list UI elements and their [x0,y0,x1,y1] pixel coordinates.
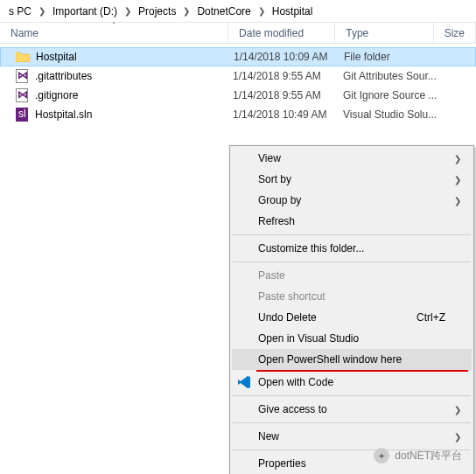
column-name[interactable]: Name ˄ [0,23,228,43]
file-row[interactable]: Hostpital 1/14/2018 10:09 AM File folder [0,47,476,66]
watermark-text: dotNET跨平台 [395,449,462,464]
file-type: File folder [344,51,447,63]
breadcrumb-item[interactable]: s PC [7,5,33,17]
svg-text:⋈: ⋈ [18,69,28,81]
column-date[interactable]: Date modified [228,23,335,43]
breadcrumb-item[interactable]: Projects [136,5,178,17]
menu-separator [233,395,471,396]
menu-label: Paste shortcut [258,290,326,303]
menu-label: Customize this folder... [258,242,364,254]
sln-file-icon: sl [14,108,30,122]
menu-customize-folder[interactable]: Customize this folder... [232,238,472,259]
column-headers: Name ˄ Date modified Type Size [0,23,476,44]
file-name: Hostpital.sln [35,108,233,121]
file-row[interactable]: ⋈ .gitattributes 1/14/2018 9:55 AM Git A… [0,66,476,86]
menu-label: Sort by [258,173,291,185]
chevron-right-icon: ❯ [178,6,195,16]
menu-label: Group by [258,194,301,206]
column-label: Type [346,27,368,39]
column-label: Date modified [239,27,304,39]
vs-file-icon: ⋈ [14,69,30,83]
chevron-right-icon: ❯ [454,196,461,206]
menu-label: View [258,152,281,164]
file-row[interactable]: ⋈ .gitignore 1/14/2018 9:55 AM Git Ignor… [0,86,476,105]
menu-separator [233,261,471,262]
vscode-icon [237,375,251,389]
svg-text:sl: sl [18,108,26,120]
menu-separator [233,422,471,423]
file-list: Hostpital 1/14/2018 10:09 AM File folder… [0,44,476,128]
vs-file-icon: ⋈ [14,88,30,102]
menu-shortcut: Ctrl+Z [416,311,445,324]
menu-label: New [258,430,279,443]
menu-separator [233,234,471,235]
menu-give-access-to[interactable]: Give access to❯ [232,399,472,420]
breadcrumb-item[interactable]: DotnetCore [195,5,252,17]
file-name: Hostpital [36,51,234,63]
file-name: .gitattributes [35,70,233,82]
menu-label: Paste [258,269,285,282]
menu-group-by[interactable]: Group by❯ [232,190,472,211]
chevron-right-icon: ❯ [454,405,461,415]
chevron-right-icon: ❯ [253,6,270,16]
file-type: Git Ignore Source ... [343,89,446,101]
menu-view[interactable]: View❯ [232,148,472,169]
chevron-right-icon: ❯ [119,6,136,16]
chevron-right-icon: ❯ [454,154,461,164]
menu-label: Properties [258,457,306,470]
menu-open-with-code[interactable]: Open with Code [232,372,472,393]
menu-undo-delete[interactable]: Undo DeleteCtrl+Z [232,307,472,328]
column-type[interactable]: Type [335,23,433,43]
folder-icon [15,50,31,64]
breadcrumb-item[interactable]: Hostpital [270,5,315,17]
file-date: 1/14/2018 10:49 AM [233,108,343,121]
chevron-right-icon: ❯ [454,432,461,442]
sort-ascending-icon: ˄ [112,21,116,29]
menu-label: Undo Delete [258,311,317,324]
column-label: Size [444,27,465,39]
chevron-right-icon: ❯ [454,175,461,185]
menu-paste-shortcut: Paste shortcut [232,286,472,307]
watermark: ✦ dotNET跨平台 [374,448,462,464]
file-row[interactable]: sl Hostpital.sln 1/14/2018 10:49 AM Visu… [0,105,476,124]
file-date: 1/14/2018 9:55 AM [233,89,343,101]
menu-sort-by[interactable]: Sort by❯ [232,169,472,190]
menu-label: Give access to [258,403,327,415]
menu-label: Open PowerShell window here [258,353,402,366]
menu-refresh[interactable]: Refresh [232,211,472,232]
menu-paste: Paste [232,265,472,286]
column-label: Name [10,27,38,39]
file-type: Git Attributes Sour... [343,70,446,82]
breadcrumb-item[interactable]: Important (D:) [51,5,119,17]
svg-text:⋈: ⋈ [18,88,28,101]
menu-label: Open in Visual Studio [258,332,359,345]
context-menu: View❯ Sort by❯ Group by❯ Refresh Customi… [229,145,474,474]
file-name: .gitignore [35,89,233,101]
menu-label: Open with Code [258,376,333,388]
file-date: 1/14/2018 10:09 AM [234,51,344,63]
menu-label: Refresh [258,215,295,227]
file-date: 1/14/2018 9:55 AM [233,70,343,82]
menu-open-visual-studio[interactable]: Open in Visual Studio [232,328,472,349]
menu-open-powershell[interactable]: Open PowerShell window here [232,349,472,370]
chevron-right-icon: ❯ [33,6,51,16]
column-size[interactable]: Size [434,23,476,43]
wechat-icon: ✦ [374,448,389,464]
breadcrumb[interactable]: s PC ❯ Important (D:) ❯ Projects ❯ Dotne… [0,0,476,23]
menu-new[interactable]: New❯ [232,426,472,447]
file-type: Visual Studio Solu... [343,108,446,121]
